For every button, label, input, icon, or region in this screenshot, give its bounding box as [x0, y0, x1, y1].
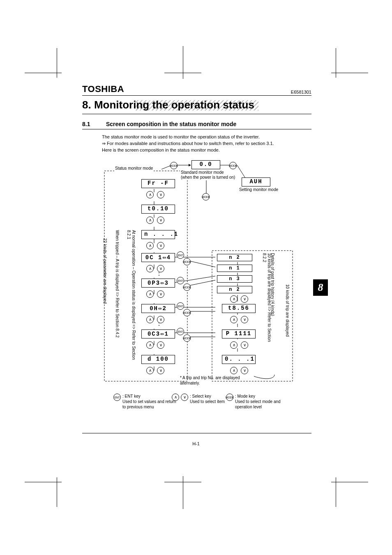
- mode-key-icon: MODE: [183, 309, 191, 316]
- seg-p1111: P 1111: [222, 329, 256, 339]
- svg-line-30: [187, 280, 215, 286]
- up-down-nav: ∧∨: [146, 315, 164, 324]
- up-key-icon: ∧: [146, 341, 154, 349]
- mode-note: (when the power is turned on): [180, 175, 236, 180]
- seg-oc31: 0C3⇔1: [141, 329, 175, 339]
- up-down-nav: ∧∨: [146, 366, 164, 375]
- up-key-icon: ∧: [146, 265, 154, 272]
- up-key-icon: ∧: [230, 295, 238, 303]
- up-down-nav: ∧∨: [146, 242, 164, 250]
- side-note: Details of past trip history (4 kinds): [270, 253, 275, 331]
- up-down-nav: ∧∨: [230, 315, 248, 324]
- seg-standard: 0.0: [191, 160, 220, 169]
- up-down-nav: ∧∨: [230, 366, 248, 375]
- down-key-icon: ∨: [241, 295, 248, 303]
- ent-key-icon: ENT: [177, 302, 184, 310]
- key-legend-ent: ENT : ENT key Used to set values and ret…: [113, 394, 179, 410]
- flow-diagram: Status monitor mode MODE 0.0 MODE Standa…: [102, 157, 297, 418]
- up-down-nav: ∧∨: [146, 341, 164, 349]
- mode-label: Status monitor mode: [114, 166, 154, 171]
- svg-line-28: [187, 260, 215, 267]
- seg-o1: 0. . .1: [222, 355, 256, 364]
- key-legend-select: ∧ ∨ : Select key Used to select item: [172, 394, 225, 404]
- up-key-icon: ∧: [172, 394, 179, 401]
- section-heading: 8.1 Screen composition in the status mon…: [82, 121, 311, 129]
- up-key-icon: ∧: [146, 316, 154, 323]
- svg-point-23: [159, 275, 159, 276]
- up-key-icon: ∧: [230, 316, 238, 323]
- down-key-icon: ∨: [241, 316, 248, 323]
- up-down-nav: ∧∨: [230, 341, 248, 349]
- mode-key-icon: MODE: [226, 394, 233, 401]
- down-key-icon: ∨: [157, 191, 164, 198]
- seg-oh2: 0H⇔2: [141, 304, 175, 313]
- seg-n1: n . . .1: [141, 230, 175, 239]
- up-key-icon: ∧: [146, 191, 154, 198]
- up-down-nav: ∧∨: [146, 290, 164, 298]
- footer-rule: [82, 433, 311, 433]
- side-note: 10 kinds of trip are displayed: [284, 284, 290, 354]
- ent-key-icon: ENT: [177, 277, 184, 284]
- up-key-icon: ∧: [146, 290, 154, 298]
- mode-label: Setting monitor mode: [238, 187, 279, 193]
- up-down-nav: ∧∨: [146, 216, 164, 224]
- document-number: E6581301: [291, 90, 311, 94]
- seg-n2: n 2: [217, 254, 252, 261]
- section-number: 8.1: [82, 121, 104, 127]
- page-header: TOSHIBA E6581301: [82, 84, 311, 96]
- paragraph: ⇒ For modes available and instructions a…: [102, 140, 311, 147]
- side-note: At normal operation – Operation status i…: [126, 230, 136, 366]
- up-down-nav: ∧∨: [146, 265, 164, 273]
- body-text: The status monitor mode is used to monit…: [102, 134, 311, 154]
- down-key-icon: ∨: [157, 316, 164, 323]
- mode-key-icon: MODE: [183, 258, 191, 265]
- mode-key-icon: MODE: [202, 193, 210, 200]
- seg-n1r: n 1: [217, 265, 252, 272]
- arrow-icon: ⇒: [102, 141, 106, 146]
- seg-oc14: 0C 1⇔4: [141, 253, 175, 262]
- seg-n2b: n 2: [217, 286, 252, 293]
- mode-key-icon: MODE: [183, 334, 191, 342]
- up-down-nav: ∧∨: [230, 295, 248, 303]
- svg-point-26: [159, 325, 159, 326]
- mode-key-icon: MODE: [183, 283, 191, 291]
- key-legend-mode: MODE : Mode key Used to select mode and …: [226, 394, 292, 410]
- paragraph: Here is the screen composition in the st…: [102, 147, 311, 154]
- ent-key-icon: ENT: [113, 394, 121, 401]
- mode-key-icon: MODE: [229, 162, 237, 169]
- down-key-icon: ∨: [157, 290, 164, 298]
- down-key-icon: ∨: [241, 341, 248, 349]
- down-key-icon: ∨: [157, 265, 164, 272]
- ent-key-icon: ENT: [177, 251, 184, 259]
- down-key-icon: ∨: [157, 216, 164, 224]
- up-key-icon: ∧: [146, 216, 154, 224]
- side-note: 22 kinds of parameter are displayed: [102, 238, 107, 329]
- paragraph: The status monitor mode is used to monit…: [102, 134, 311, 140]
- seg-op33: 0P3⇔3: [141, 279, 175, 288]
- page-number: H-1: [0, 441, 392, 446]
- brand-logo: TOSHIBA: [82, 84, 124, 94]
- ent-key-icon: ENT: [177, 328, 184, 335]
- mode-key-icon: MODE: [170, 162, 178, 169]
- down-key-icon: ∨: [241, 367, 248, 374]
- chapter-heading: 8. Monitoring the operation status: [82, 99, 311, 114]
- down-key-icon: ∨: [157, 341, 164, 349]
- chapter-tab: 8: [313, 279, 328, 296]
- seg-t856: t8.56: [222, 304, 256, 313]
- down-key-icon: ∨: [157, 242, 164, 249]
- footnote: * A trip and trip No. are displayed alte…: [180, 375, 242, 386]
- up-key-icon: ∧: [146, 242, 154, 249]
- chapter-title: 8. Monitoring the operation status: [82, 99, 254, 111]
- mode-label: Standard monitor mode: [180, 170, 225, 175]
- seg-d100: d 100: [141, 355, 175, 364]
- seg-fr-f: Fr -F: [141, 179, 175, 188]
- side-note: When tripped – A trip is displayed => Re…: [114, 230, 120, 362]
- seg-auh: AUH: [242, 177, 270, 187]
- up-down-nav: ∧∨: [146, 191, 164, 199]
- seg-n3: n 3: [217, 275, 252, 283]
- seg-t010: t0.10: [141, 205, 175, 214]
- up-key-icon: ∧: [230, 341, 238, 349]
- section-title: Screen composition in the status monitor…: [106, 121, 236, 127]
- up-key-icon: ∧: [146, 367, 154, 374]
- up-key-icon: ∧: [230, 367, 238, 374]
